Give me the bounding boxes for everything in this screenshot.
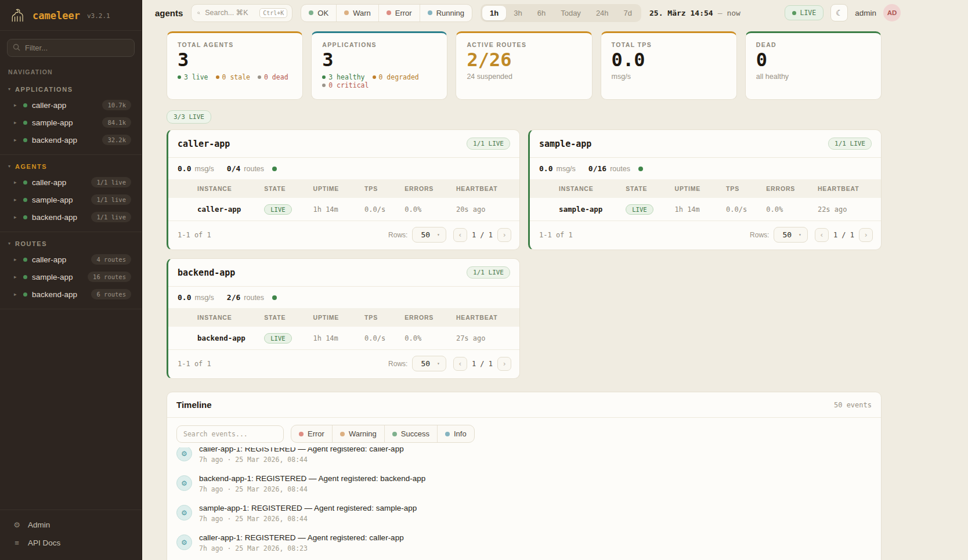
- sidebar-item-routes-backend[interactable]: ▸ backend-app 6 routes: [0, 286, 142, 303]
- segment-text: 0 stale: [222, 73, 250, 81]
- next-page-button[interactable]: ›: [859, 228, 873, 242]
- date-to: now: [727, 9, 740, 17]
- chevron-right-icon: ▸: [14, 137, 19, 143]
- topbar: agents Ctrl+K OK Warn Error Running 1h 3…: [142, 0, 968, 26]
- admin-link[interactable]: ⚙ Admin: [0, 516, 142, 534]
- event-title: caller-app-1: REGISTERED — Agent registe…: [199, 533, 404, 542]
- time-range-3h[interactable]: 3h: [506, 6, 529, 20]
- filter-ok[interactable]: OK: [301, 5, 337, 21]
- section-applications: ▾ APPLICATIONS ▸ caller-app 10.7k ▸ samp…: [0, 78, 142, 155]
- time-range-7d[interactable]: 7d: [616, 6, 640, 20]
- caret-down-icon: ▾: [8, 241, 10, 246]
- cell-errors: 0.0%: [766, 205, 818, 214]
- apps-grid: caller-app 1/1 LIVE 0.0 msg/s 0/4 routes: [167, 129, 882, 379]
- app-name: sample-app: [539, 139, 591, 149]
- filter-label: Warn: [353, 9, 371, 17]
- rows-label: Rows:: [388, 231, 407, 239]
- col-tps: TPS: [364, 314, 404, 321]
- col-heartbeat: HEARTBEAT: [456, 314, 510, 321]
- sidebar-item-agent-backend[interactable]: ▸ backend-app 1/1 live: [0, 208, 142, 226]
- sidebar-item-app-backend[interactable]: ▸ backend-app 32.2k: [0, 131, 142, 149]
- row-range: 1-1 of 1: [178, 360, 211, 368]
- stat-value: 3: [178, 49, 292, 71]
- time-range-24h[interactable]: 24h: [588, 6, 616, 20]
- section-title: AGENTS: [15, 163, 47, 170]
- sidebar-item-agent-sample[interactable]: ▸ sample-app 1/1 live: [0, 191, 142, 208]
- stat-label: TOTAL AGENTS: [178, 41, 292, 48]
- app-routes-unit: routes: [610, 165, 630, 173]
- filter-success[interactable]: Success: [385, 425, 438, 442]
- stat-value: 0.0: [612, 49, 726, 71]
- table-header: INSTANCE STATE UPTIME TPS ERRORS HEARTBE…: [168, 308, 519, 327]
- rows-value: 50: [421, 359, 430, 368]
- admin-label: Admin: [28, 521, 50, 529]
- timeline-card: Timeline 50 events Error Warning Success…: [167, 392, 882, 560]
- filter-label: Error: [395, 9, 412, 17]
- stat-card-dead: DEAD 0 all healthy: [745, 31, 882, 100]
- avatar[interactable]: AD: [883, 4, 901, 21]
- prev-page-button[interactable]: ‹: [453, 357, 467, 371]
- time-range-group: 1h 3h 6h Today 24h 7d: [481, 4, 641, 22]
- status-dot: [23, 180, 27, 185]
- filter-error[interactable]: Error: [379, 5, 420, 21]
- theme-toggle-button[interactable]: ☾: [830, 4, 848, 21]
- api-docs-link[interactable]: ≡ API Docs: [0, 534, 142, 552]
- next-page-button[interactable]: ›: [497, 228, 511, 242]
- filter-input[interactable]: [7, 39, 135, 57]
- item-label: sample-app: [32, 118, 97, 127]
- item-badge: 4 routes: [91, 254, 131, 265]
- instance-table: INSTANCE STATE UPTIME TPS ERRORS HEARTBE…: [530, 179, 881, 250]
- col-uptime: UPTIME: [674, 185, 726, 192]
- filter-warning[interactable]: Warning: [333, 425, 385, 442]
- live-status-badge[interactable]: LIVE: [785, 5, 824, 20]
- table-header: INSTANCE STATE UPTIME TPS ERRORS HEARTBE…: [530, 179, 881, 198]
- time-range-1h[interactable]: 1h: [482, 6, 506, 20]
- time-range-today[interactable]: Today: [553, 6, 588, 20]
- status-dot: [23, 292, 27, 297]
- section-header-agents[interactable]: ▾ AGENTS: [0, 161, 142, 174]
- timeline-toolbar: Error Warning Success Info: [167, 418, 881, 447]
- global-search[interactable]: Ctrl+K: [191, 4, 292, 22]
- sidebar-item-agent-caller[interactable]: ▸ caller-app 1/1 live: [0, 174, 142, 191]
- filter-label: Running: [436, 9, 464, 17]
- app-live-badge: 1/1 LIVE: [467, 266, 510, 279]
- timeline-header: Timeline 50 events: [167, 392, 881, 418]
- table-row[interactable]: caller-app LIVE 1h 14m 0.0/s 0.0% 20s ag…: [168, 198, 519, 221]
- event-search-input[interactable]: [176, 425, 284, 443]
- sidebar-item-app-sample[interactable]: ▸ sample-app 84.1k: [0, 114, 142, 131]
- sidebar-item-routes-sample[interactable]: ▸ sample-app 16 routes: [0, 268, 142, 286]
- search-icon: [197, 9, 200, 17]
- rows-per-page-select[interactable]: 50 ▾: [774, 227, 807, 243]
- sidebar-item-routes-caller[interactable]: ▸ caller-app 4 routes: [0, 251, 142, 268]
- health-dot-icon: [272, 167, 277, 171]
- cell-uptime: 1h 14m: [313, 205, 364, 214]
- filter-running[interactable]: Running: [420, 5, 472, 21]
- filter-error[interactable]: Error: [291, 425, 333, 442]
- next-page-button[interactable]: ›: [497, 357, 511, 371]
- event-list[interactable]: ⚙ caller-app-1: REGISTERED — Agent regis…: [167, 447, 881, 558]
- time-range-6h[interactable]: 6h: [530, 6, 553, 20]
- page-indicator: 1 / 1: [472, 360, 493, 368]
- section-header-applications[interactable]: ▾ APPLICATIONS: [0, 84, 142, 96]
- filter-info[interactable]: Info: [438, 425, 474, 442]
- rows-per-page-select[interactable]: 50 ▾: [412, 227, 446, 243]
- table-footer: 1-1 of 1 Rows: 50 ▾ ‹ 1 / 1 ›: [530, 221, 881, 250]
- table-row[interactable]: sample-app LIVE 1h 14m 0.0/s 0.0% 22s ag…: [530, 198, 881, 221]
- search-input[interactable]: [205, 9, 255, 17]
- section-header-routes[interactable]: ▾ ROUTES: [0, 238, 142, 251]
- rows-per-page-select[interactable]: 50 ▾: [412, 356, 446, 371]
- section-routes: ▾ ROUTES ▸ caller-app 4 routes ▸ sample-…: [0, 232, 142, 309]
- state-badge: LIVE: [264, 333, 291, 344]
- filter-label: Info: [454, 429, 467, 438]
- filter-warn[interactable]: Warn: [337, 5, 379, 21]
- prev-page-button[interactable]: ‹: [815, 228, 829, 242]
- table-row[interactable]: backend-app LIVE 1h 14m 0.0/s 0.0% 27s a…: [168, 327, 519, 350]
- sidebar-item-app-caller[interactable]: ▸ caller-app 10.7k: [0, 96, 142, 114]
- segment-text: 0 dead: [264, 73, 288, 81]
- event-item: ⚙ caller-app-1: REGISTERED — Agent regis…: [176, 528, 872, 558]
- prev-page-button[interactable]: ‹: [453, 228, 467, 242]
- item-badge: 10.7k: [102, 100, 131, 110]
- segment-text: 3 healthy: [328, 73, 364, 81]
- app-card-header: backend-app 1/1 LIVE: [168, 259, 519, 287]
- gear-icon: ⚙: [13, 521, 21, 529]
